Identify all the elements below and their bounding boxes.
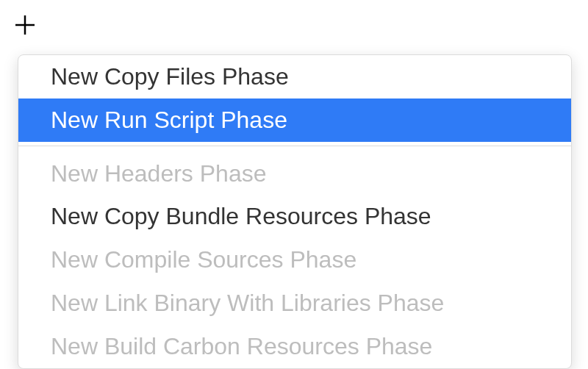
- add-build-phase-button[interactable]: [12, 13, 38, 40]
- plus-icon: [13, 13, 37, 40]
- menu-item-new-build-carbon-resources-phase: New Build Carbon Resources Phase: [18, 325, 571, 368]
- menu-item-new-copy-bundle-resources-phase[interactable]: New Copy Bundle Resources Phase: [18, 195, 571, 238]
- build-phase-menu: New Copy Files Phase New Run Script Phas…: [18, 54, 572, 369]
- menu-separator: [18, 146, 571, 146]
- menu-item-new-headers-phase: New Headers Phase: [18, 152, 571, 196]
- menu-item-new-copy-files-phase[interactable]: New Copy Files Phase: [18, 55, 571, 98]
- menu-item-new-run-script-phase[interactable]: New Run Script Phase: [18, 98, 571, 142]
- menu-item-new-link-binary-with-libraries-phase: New Link Binary With Libraries Phase: [18, 282, 571, 325]
- menu-item-new-compile-sources-phase: New Compile Sources Phase: [18, 238, 571, 282]
